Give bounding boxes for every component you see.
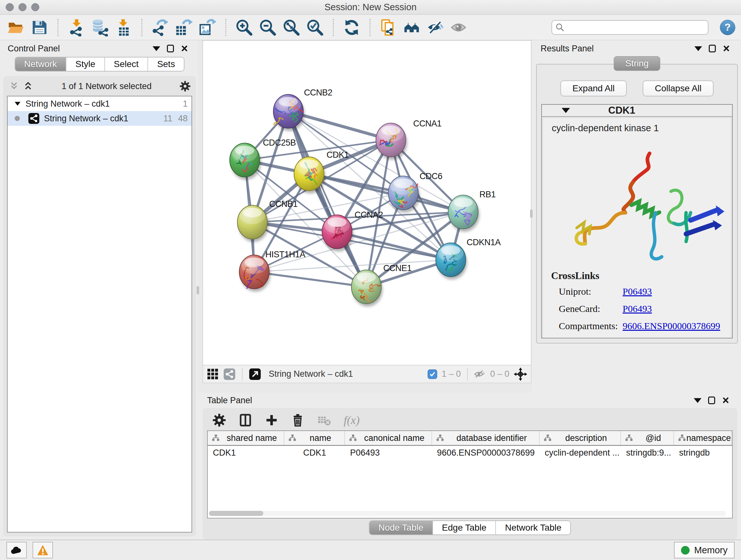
collapse-all-networks-button[interactable] bbox=[7, 80, 21, 92]
memory-label: Memory bbox=[694, 545, 728, 556]
expand-all-button[interactable]: Expand All bbox=[560, 80, 627, 97]
duplicate-network-button[interactable] bbox=[378, 17, 399, 38]
results-panel-float-button[interactable] bbox=[705, 43, 719, 54]
tab-string[interactable]: String bbox=[614, 56, 660, 71]
import-network-database-button[interactable] bbox=[90, 17, 110, 38]
delete-column-icon[interactable] bbox=[291, 413, 305, 427]
open-session-icon bbox=[7, 18, 25, 37]
results-panel-menu-button[interactable] bbox=[691, 43, 705, 54]
table-options-gear-icon[interactable] bbox=[212, 413, 226, 427]
column-header-name[interactable]: name bbox=[284, 431, 345, 445]
crosslink-label: Uniprot: bbox=[559, 286, 623, 297]
export-network-button[interactable] bbox=[150, 17, 171, 38]
table-row[interactable]: CDK1CDK1P064939606.ENSP00000378699cyclin… bbox=[208, 446, 732, 460]
node-label-CDK1: CDK1 bbox=[327, 150, 349, 160]
table-cell[interactable]: CDK1 bbox=[284, 446, 345, 460]
close-icon: × bbox=[181, 43, 188, 54]
control-panel-close-button[interactable]: × bbox=[178, 43, 192, 54]
node-CCNE1[interactable] bbox=[351, 270, 383, 307]
table-cell[interactable]: stringdb bbox=[674, 446, 732, 460]
table-cell[interactable]: P06493 bbox=[345, 446, 432, 460]
search-input[interactable] bbox=[551, 20, 709, 35]
zoom-selected-button[interactable] bbox=[305, 17, 325, 38]
edge-HIST1H1A-CCNE1[interactable] bbox=[254, 272, 366, 287]
network-options-button[interactable] bbox=[178, 80, 192, 92]
zoom-in-button[interactable] bbox=[234, 17, 254, 38]
first-neighbors-button[interactable] bbox=[402, 17, 422, 38]
pan-crosshair-icon[interactable] bbox=[514, 368, 527, 381]
cloud-status-button[interactable] bbox=[6, 542, 27, 558]
network-canvas[interactable]: CCNB2CCNA1CDC25BCDK1CDC6RB1CCNB1CCNA2CDK… bbox=[203, 40, 531, 365]
node-CCNB2[interactable] bbox=[273, 95, 305, 131]
table-panel-float-button[interactable] bbox=[704, 395, 719, 406]
open-session-button[interactable] bbox=[6, 17, 26, 38]
control-panel-menu-button[interactable] bbox=[149, 43, 163, 54]
tab-node-table[interactable]: Node Table bbox=[369, 521, 433, 535]
selected-items-checkbox[interactable] bbox=[428, 369, 437, 379]
table-panel-title: Table Panel bbox=[207, 395, 252, 406]
crosslink-label: Tissues: bbox=[559, 338, 623, 338]
scrollbar-thumb[interactable] bbox=[209, 511, 263, 516]
tab-network[interactable]: Network bbox=[15, 57, 67, 71]
network-view: CCNB2CCNA1CDC25BCDK1CDC6RB1CCNB1CCNA2CDK… bbox=[198, 40, 532, 393]
float-window-icon bbox=[167, 45, 174, 52]
function-builder-button: f(x) bbox=[344, 414, 360, 427]
import-network-button[interactable] bbox=[66, 17, 86, 38]
column-header-@id[interactable]: @id bbox=[621, 431, 674, 445]
tab-select[interactable]: Select bbox=[105, 57, 148, 71]
grid-view-icon[interactable] bbox=[207, 368, 219, 380]
add-column-icon[interactable] bbox=[265, 413, 279, 427]
import-table-button[interactable] bbox=[113, 17, 134, 38]
column-header-canonical-name[interactable]: canonical name bbox=[345, 431, 432, 445]
network-view-mode-icon[interactable] bbox=[223, 368, 235, 380]
help-button[interactable]: ? bbox=[720, 20, 735, 35]
expand-all-networks-button[interactable] bbox=[21, 80, 35, 92]
node-CCNA1[interactable] bbox=[376, 123, 407, 160]
zoom-out-button[interactable] bbox=[258, 17, 278, 38]
table-cell[interactable]: CDK1 bbox=[208, 446, 284, 460]
tab-sets[interactable]: Sets bbox=[148, 57, 184, 71]
column-header-database-identifier[interactable]: database identifier bbox=[432, 431, 540, 445]
crosslink-link[interactable]: P06493 bbox=[623, 286, 652, 297]
tab-edge-table[interactable]: Edge Table bbox=[433, 521, 496, 535]
column-type-icon bbox=[625, 434, 633, 442]
show-columns-icon[interactable] bbox=[239, 413, 253, 427]
table-cell[interactable]: cyclin-dependent ... bbox=[540, 446, 621, 460]
memory-button[interactable]: Memory bbox=[674, 542, 735, 558]
column-header-shared-name[interactable]: shared name bbox=[208, 431, 284, 445]
export-table-button[interactable] bbox=[174, 17, 194, 38]
table-cell[interactable]: 9606.ENSP00000378699 bbox=[432, 446, 540, 460]
node-CDK1[interactable] bbox=[294, 157, 325, 193]
collapse-all-button[interactable]: Collapse All bbox=[643, 80, 714, 97]
network-row-selected[interactable]: String Network – cdk1 11 48 bbox=[8, 111, 192, 126]
hide-selected-button[interactable] bbox=[425, 17, 446, 38]
zoom-fit-button[interactable] bbox=[281, 17, 301, 38]
crosslink-link[interactable]: 9606.ENSP00000378699 bbox=[623, 338, 720, 338]
table-panel-close-button[interactable]: × bbox=[719, 395, 733, 406]
refresh-button[interactable] bbox=[341, 17, 362, 38]
network-collection-row[interactable]: String Network – cdk1 1 bbox=[8, 97, 192, 111]
tab-style[interactable]: Style bbox=[66, 57, 105, 71]
double-chevron-up-icon bbox=[23, 81, 33, 91]
column-header-description[interactable]: description bbox=[540, 431, 621, 445]
table-panel-menu-button[interactable] bbox=[690, 395, 704, 406]
column-header-namespace[interactable]: namespace bbox=[674, 431, 732, 445]
warnings-button[interactable] bbox=[32, 542, 53, 558]
export-image-button[interactable] bbox=[197, 17, 218, 38]
node-RB1[interactable] bbox=[448, 195, 479, 232]
node-CDKN1A[interactable] bbox=[436, 243, 467, 280]
results-panel-close-button[interactable]: × bbox=[719, 43, 733, 54]
panel-resize-handle[interactable] bbox=[530, 209, 533, 218]
birds-eye-view-icon[interactable] bbox=[249, 368, 261, 380]
crosslink-link[interactable]: P06493 bbox=[623, 303, 652, 314]
tab-network-table[interactable]: Network Table bbox=[496, 521, 570, 535]
crosslink-link[interactable]: 9606.ENSP00000378699 bbox=[623, 320, 720, 331]
table-cell[interactable]: stringdb:9... bbox=[621, 446, 674, 460]
node-details-header[interactable]: CDK1 bbox=[542, 105, 732, 117]
horizontal-scrollbar[interactable] bbox=[209, 511, 726, 516]
control-panel-float-button[interactable] bbox=[163, 43, 178, 54]
node-HIST1H1A[interactable] bbox=[239, 255, 271, 292]
control-panel: Control Panel × NetworkStyleSelectSets bbox=[0, 40, 198, 540]
show-all-button[interactable] bbox=[449, 17, 469, 38]
save-session-button[interactable] bbox=[29, 17, 50, 38]
